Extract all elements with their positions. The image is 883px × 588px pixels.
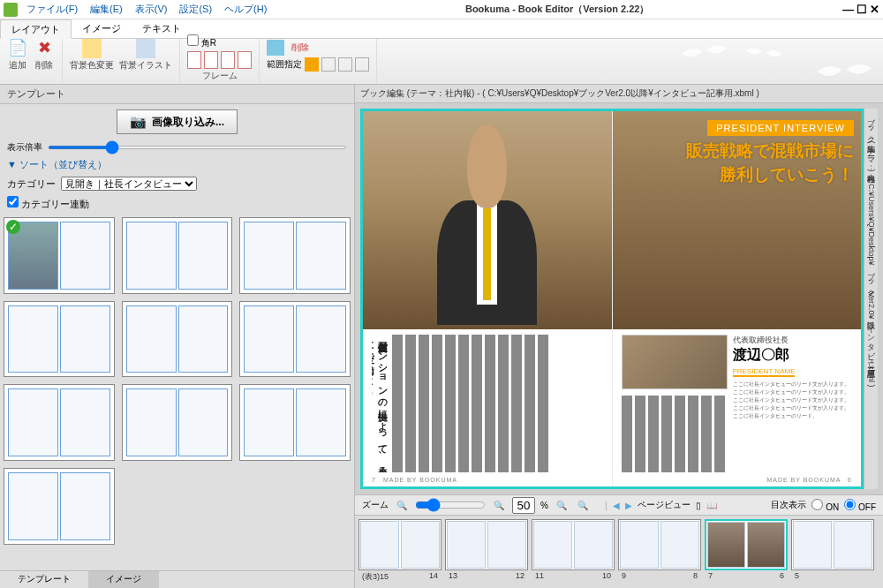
- filmstrip-thumb[interactable]: (表3)1514: [358, 519, 442, 583]
- article-body-right[interactable]: [622, 396, 728, 473]
- template-thumb[interactable]: [239, 301, 351, 378]
- corner-r-checkbox[interactable]: 角R: [187, 34, 216, 49]
- template-thumb[interactable]: [4, 384, 115, 461]
- main-menu: ファイル(F) 編集(E) 表示(V) 設定(S) ヘルプ(H): [21, 1, 272, 18]
- template-thumb[interactable]: [122, 384, 233, 461]
- range-opt-4[interactable]: [355, 57, 369, 72]
- frame-style-1[interactable]: [187, 51, 201, 69]
- editor-panel: ブック編集 (テーマ：社内報) - ( C:¥Users¥Q¥Desktop¥ブ…: [355, 85, 883, 588]
- delete-page-icon: ✖: [34, 37, 55, 58]
- hero-photo[interactable]: [363, 111, 612, 329]
- template-thumb[interactable]: [239, 217, 351, 294]
- range-label: 範囲指定: [267, 58, 302, 71]
- template-zoom-slider[interactable]: [48, 146, 347, 149]
- import-images-button[interactable]: 📷 画像取り込み...: [117, 109, 238, 134]
- menu-file[interactable]: ファイル(F): [21, 1, 83, 18]
- range-opt-2[interactable]: [321, 57, 336, 72]
- page-footer-left: 7 MADE BY BOOKUMA: [372, 476, 457, 485]
- zoom-label: 表示倍率: [7, 141, 42, 154]
- category-label: カテゴリー: [7, 177, 56, 191]
- page-filmstrip: (表3)1514 1312 1110 98 76 5: [355, 516, 883, 588]
- pageview-label: ページビュー: [638, 499, 691, 511]
- filmstrip-thumb[interactable]: 5: [791, 519, 874, 580]
- tab-image[interactable]: イメージ: [72, 19, 132, 38]
- filmstrip-thumb[interactable]: 1110: [532, 519, 615, 580]
- bgcolor-button[interactable]: 背景色変更: [70, 39, 114, 72]
- zoom-label: ズーム: [362, 499, 389, 511]
- zoom-fit-icon[interactable]: 🔍: [554, 501, 570, 510]
- template-thumb[interactable]: [4, 217, 115, 294]
- window-title: Bookuma - Book Editor（Version 2.22）: [272, 3, 842, 16]
- zoom-out-icon[interactable]: 🔍: [394, 501, 410, 510]
- page-footer-right: MADE BY BOOKUMA 6: [766, 476, 852, 485]
- pageview-spread-icon[interactable]: 📖: [706, 501, 717, 510]
- prev-page-button[interactable]: ◀: [613, 501, 620, 510]
- filmstrip-thumb[interactable]: 76: [705, 519, 788, 580]
- zoom-in-icon[interactable]: 🔍: [491, 501, 507, 510]
- frame-style-3[interactable]: [221, 51, 235, 69]
- range-delete-button[interactable]: 削除: [291, 41, 309, 54]
- page-right[interactable]: PRESIDENT INTERVIEW 販売戦略で混戦市場に勝利していこう！: [612, 111, 862, 486]
- zoom-bar: ズーム 🔍 🔍 % 🔍 🔍 | ◀ ▶ ページビュー ▯ 📖 目次表示 ON O…: [355, 494, 883, 516]
- president-role: 代表取締役社長: [733, 335, 853, 346]
- title-bar: ファイル(F) 編集(E) 表示(V) 設定(S) ヘルプ(H) Bookuma…: [0, 0, 883, 19]
- headline-text[interactable]: 販売戦略で混戦市場に勝利していこう！: [686, 139, 854, 186]
- president-name-en: PRESIDENT NAME: [733, 367, 796, 377]
- range-opt-1[interactable]: [305, 57, 319, 72]
- close-button[interactable]: ✕: [870, 3, 879, 16]
- headline-box[interactable]: PRESIDENT INTERVIEW 販売戦略で混戦市場に勝利していこう！: [686, 120, 854, 186]
- footer-tab-image[interactable]: イメージ: [88, 571, 159, 588]
- zoom-slider[interactable]: [415, 498, 486, 512]
- menu-help[interactable]: ヘルプ(H): [219, 1, 272, 18]
- menu-view[interactable]: 表示(V): [130, 1, 173, 18]
- ribbon-decor-icon: [653, 39, 883, 85]
- bgillust-button[interactable]: 背景イラスト: [119, 39, 172, 72]
- zoom-value-input[interactable]: [512, 497, 535, 514]
- template-grid: [0, 214, 354, 570]
- menu-edit[interactable]: 編集(E): [85, 1, 128, 18]
- template-panel-title: テンプレート: [0, 85, 354, 104]
- ribbon-tabs: レイアウト イメージ テキスト: [0, 19, 883, 39]
- maximize-button[interactable]: ☐: [857, 3, 867, 16]
- tab-layout[interactable]: レイアウト: [0, 19, 72, 39]
- cat-photo[interactable]: [622, 335, 728, 389]
- menu-settings[interactable]: 設定(S): [174, 1, 217, 18]
- template-thumb[interactable]: [122, 217, 233, 294]
- category-select[interactable]: 見開き｜社長インタビュー: [61, 177, 197, 191]
- range-opt-3[interactable]: [338, 57, 352, 72]
- template-thumb[interactable]: [239, 384, 351, 461]
- toc-off-radio[interactable]: OFF: [844, 499, 876, 512]
- filmstrip-thumb[interactable]: 98: [618, 519, 701, 580]
- template-thumb[interactable]: [4, 301, 115, 378]
- page-spread[interactable]: 高付加価値マンションの提供によって、来る荒波に全社で備えよう！ 7 MADE B…: [360, 109, 864, 489]
- delete-button[interactable]: ✖削除: [34, 37, 55, 72]
- page-left[interactable]: 高付加価値マンションの提供によって、来る荒波に全社で備えよう！ 7 MADE B…: [363, 111, 612, 486]
- zoom-pct-label: %: [540, 501, 548, 510]
- ribbon: 📄追加 ✖削除 背景色変更 背景イラスト 角R フレーム 削除: [0, 39, 883, 85]
- president-profile[interactable]: 代表取締役社長 渡辺〇郎 PRESIDENT NAME ここに社長インタビューの…: [733, 335, 853, 473]
- side-vertical-label: ブック編集 (テーマ：社内報) - ( C:¥Users¥Q¥Desktop¥ブ…: [864, 109, 878, 489]
- bgillust-icon: [136, 39, 155, 58]
- template-thumb[interactable]: [122, 301, 233, 378]
- tab-text[interactable]: テキスト: [132, 19, 192, 38]
- frame-style-2[interactable]: [204, 51, 218, 69]
- pageview-single-icon[interactable]: ▯: [696, 501, 701, 510]
- frame-style-4[interactable]: [238, 51, 252, 69]
- footer-tab-template[interactable]: テンプレート: [0, 571, 88, 588]
- filmstrip-thumb[interactable]: 1312: [445, 519, 528, 580]
- minimize-button[interactable]: —: [842, 3, 854, 16]
- left-footer-tabs: テンプレート イメージ: [0, 570, 354, 588]
- range-tool-icon[interactable]: [267, 40, 284, 56]
- article-body-left[interactable]: 高付加価値マンションの提供によって、来る荒波に全社で備えよう！: [372, 335, 603, 473]
- add-page-icon: 📄: [7, 37, 28, 58]
- next-page-button[interactable]: ▶: [625, 501, 632, 510]
- toc-on-radio[interactable]: ON: [811, 499, 839, 512]
- person-photo: [437, 124, 537, 325]
- camera-icon: 📷: [130, 114, 147, 130]
- category-link-checkbox[interactable]: カテゴリー連動: [7, 199, 89, 209]
- sort-toggle[interactable]: ▼ ソート（並び替え）: [0, 155, 354, 174]
- add-button[interactable]: 📄追加: [7, 37, 28, 72]
- zoom-reset-icon[interactable]: 🔍: [575, 501, 591, 510]
- president-bio: ここに社長インタビューのリード文が入ります。ここに社長インタビューのリード文が入…: [733, 381, 853, 420]
- template-thumb[interactable]: [4, 468, 115, 545]
